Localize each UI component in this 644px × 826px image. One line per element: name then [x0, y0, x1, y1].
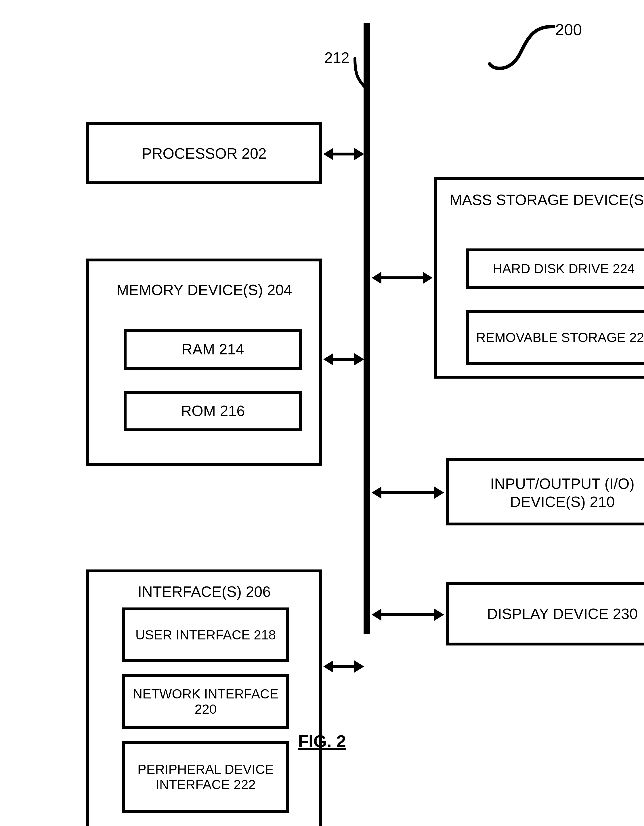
interfaces-block: INTERFACE(S) 206 USER INTERFACE 218 NETW… — [86, 570, 322, 826]
bus-leader-curve — [349, 57, 372, 103]
processor-block: PROCESSOR 202 — [86, 123, 322, 184]
peripheral-interface-label: PERIPHERAL DEVICE INTERFACE 222 — [128, 762, 283, 792]
reference-leader-curve — [489, 21, 555, 73]
arrow-interfaces-bus — [331, 665, 357, 668]
io-devices-label: INPUT/OUTPUT (I/O) DEVICE(S) 210 — [449, 472, 644, 511]
rom-label: ROM 216 — [181, 402, 245, 420]
arrow-bus-mass-storage — [379, 276, 425, 279]
ram-label: RAM 214 — [182, 341, 244, 358]
ram-block: RAM 214 — [124, 329, 302, 370]
interfaces-title: INTERFACE(S) 206 — [89, 581, 319, 601]
hard-disk-drive-label: HARD DISK DRIVE 224 — [493, 261, 635, 276]
diagram-reference-number: 200 — [555, 20, 582, 39]
arrow-memory-bus — [331, 358, 357, 361]
memory-devices-title: MEMORY DEVICE(S) 204 — [89, 279, 319, 299]
arrow-processor-bus — [331, 152, 357, 155]
bus-reference-number: 212 — [324, 49, 350, 66]
display-device-label: DISPLAY DEVICE 230 — [487, 605, 638, 623]
diagram-stage: 200 212 PROCESSOR 202 MEMORY DEVICE(S) 2… — [0, 0, 644, 826]
system-bus-line — [364, 23, 370, 634]
network-interface-label: NETWORK INTERFACE 220 — [128, 686, 283, 717]
display-device-block: DISPLAY DEVICE 230 — [446, 582, 644, 646]
removable-storage-label: REMOVABLE STORAGE 226 — [476, 330, 644, 345]
rom-block: ROM 216 — [124, 391, 302, 431]
user-interface-label: USER INTERFACE 218 — [135, 627, 276, 643]
network-interface-block: NETWORK INTERFACE 220 — [122, 674, 289, 729]
hard-disk-drive-block: HARD DISK DRIVE 224 — [466, 248, 644, 289]
io-devices-block: INPUT/OUTPUT (I/O) DEVICE(S) 210 — [446, 458, 644, 525]
figure-caption: FIG. 2 — [0, 731, 644, 751]
memory-devices-block: MEMORY DEVICE(S) 204 RAM 214 ROM 216 — [86, 259, 322, 466]
removable-storage-block: REMOVABLE STORAGE 226 — [466, 310, 644, 365]
peripheral-interface-block: PERIPHERAL DEVICE INTERFACE 222 — [122, 741, 289, 813]
processor-label: PROCESSOR 202 — [142, 145, 266, 162]
mass-storage-block: MASS STORAGE DEVICE(S) 208 HARD DISK DRI… — [434, 177, 644, 379]
mass-storage-title: MASS STORAGE DEVICE(S) 208 — [437, 189, 644, 209]
user-interface-block: USER INTERFACE 218 — [122, 607, 289, 662]
arrow-bus-display — [379, 613, 437, 616]
arrow-bus-io — [379, 491, 437, 494]
